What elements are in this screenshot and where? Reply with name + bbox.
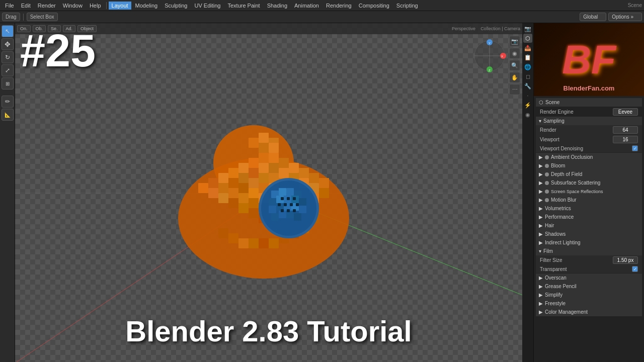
menu-window[interactable]: Window — [60, 2, 86, 10]
transform-tool-btn[interactable]: ⊞ — [2, 77, 14, 89]
options-dropdown[interactable]: Options » — [608, 13, 642, 21]
cursor-tool-btn[interactable]: ↖ — [2, 25, 14, 37]
filter-size-value[interactable]: 1.50 px — [613, 256, 638, 264]
hair-chevron: ▶ — [539, 223, 543, 228]
svg-rect-14 — [228, 188, 238, 198]
ws-tab-scripting[interactable]: Scripting — [393, 2, 421, 10]
vp-btn-ad[interactable]: Ad. — [63, 25, 76, 32]
prop-tab-output[interactable]: 📤 — [523, 43, 532, 52]
navigation-gizmo[interactable]: Y X Z — [472, 38, 507, 73]
svg-rect-92 — [271, 213, 279, 221]
svg-rect-10 — [218, 183, 228, 193]
ws-tab-compositing[interactable]: Compositing — [356, 2, 392, 10]
film-section: ▾ Film Filter Size 1.50 px Transparent ✓ — [536, 247, 642, 273]
fs-chevron: ▶ — [539, 301, 543, 306]
bf-url-text: BlenderFan.com — [564, 84, 615, 92]
volumetrics-header[interactable]: ▶ Volumetrics — [536, 204, 642, 213]
transparent-checkbox[interactable]: ✓ — [632, 266, 638, 272]
render-engine-value[interactable]: Eevee — [613, 108, 638, 116]
viewport-samples-value[interactable]: 16 — [613, 136, 638, 143]
dof-header[interactable]: ▶ Depth of Field — [536, 170, 642, 178]
motion-blur-header[interactable]: ▶ Motion Blur — [536, 196, 642, 204]
performance-header[interactable]: ▶ Performance — [536, 213, 642, 221]
rotate-tool-btn[interactable]: ↻ — [2, 51, 14, 63]
select-box-button[interactable]: Select Box — [27, 13, 58, 21]
annotate-tool-btn[interactable]: ✏ — [2, 96, 14, 108]
ws-tab-layout[interactable]: Layout — [109, 2, 131, 10]
menu-edit[interactable]: Edit — [18, 2, 34, 10]
menu-render[interactable]: Render — [35, 2, 59, 10]
sss-header[interactable]: ▶ Subsurface Scattering — [536, 178, 642, 187]
menu-help[interactable]: Help — [87, 2, 104, 10]
bloom-header[interactable]: ▶ Bloom — [536, 161, 642, 170]
vp-btn-se[interactable]: Se. — [48, 25, 61, 32]
svg-rect-47 — [289, 163, 299, 173]
prop-tab-scene[interactable]: ⬡ — [523, 34, 532, 43]
viewport-extra[interactable]: ⋯ — [509, 84, 520, 95]
color-management-header[interactable]: ▶ Color Management — [536, 308, 642, 316]
blender-logo-object — [138, 77, 399, 309]
move-tool-btn[interactable]: ✥ — [2, 38, 14, 50]
ws-tab-texture-paint[interactable]: Texture Paint — [224, 2, 263, 10]
svg-rect-100 — [284, 203, 287, 206]
viewport-shading-solid[interactable]: ◉ — [509, 48, 520, 59]
simplify-header[interactable]: ▶ Simplify — [536, 291, 642, 299]
second-toolbar: Drag Select Box Global Options » — [0, 11, 644, 23]
overscan-label: Overscan — [545, 275, 567, 281]
prop-tab-physics[interactable]: ⚡ — [523, 101, 532, 110]
camera-view-icon[interactable]: 📷 — [509, 36, 520, 47]
viewport-pan[interactable]: ✋ — [509, 72, 520, 83]
ws-tab-uv-editing[interactable]: UV Editing — [191, 2, 223, 10]
prop-tab-modifier[interactable]: 🔧 — [523, 81, 532, 90]
drag-button[interactable]: Drag — [2, 13, 20, 21]
svg-rect-64 — [249, 238, 259, 248]
prop-tab-particle[interactable]: · — [523, 91, 532, 100]
ws-tab-animation[interactable]: Animation — [291, 2, 322, 10]
prop-tab-render[interactable]: 📷 — [523, 24, 532, 33]
render-samples-row: Render 64 — [536, 125, 642, 135]
ambient-occlusion-header[interactable]: ▶ Ambient Occlusion — [536, 153, 642, 161]
viewport-denoising-checkbox[interactable]: ✓ — [632, 145, 638, 151]
ao-label: Ambient Occlusion — [551, 154, 593, 160]
menu-file[interactable]: File — [2, 2, 17, 10]
global-dropdown[interactable]: Global — [580, 13, 606, 21]
viewport-zoom-fit[interactable]: 🔍 — [509, 60, 520, 71]
ws-tab-modeling[interactable]: Modeling — [132, 2, 161, 10]
overscan-header[interactable]: ▶ Overscan — [536, 274, 642, 282]
3d-viewport[interactable]: On. Ob. Se. Ad. Object Perspective Colle… — [15, 23, 522, 362]
ws-tab-rendering[interactable]: Rendering — [323, 2, 355, 10]
sampling-header[interactable]: ▾ Sampling — [536, 117, 642, 125]
svg-rect-24 — [249, 188, 259, 198]
prop-tab-material[interactable]: ◉ — [523, 110, 532, 119]
grease-pencil-header[interactable]: ▶ Grease Pencil — [536, 282, 642, 291]
prop-tab-view-layer[interactable]: 📋 — [523, 53, 532, 62]
svg-rect-86 — [299, 198, 306, 206]
render-samples-value[interactable]: 64 — [613, 126, 638, 134]
film-header[interactable]: ▾ Film — [536, 247, 642, 255]
ssr-header[interactable]: ▶ Screen Space Reflections — [536, 187, 642, 196]
film-chevron: ▾ — [539, 248, 541, 254]
svg-rect-65 — [259, 238, 269, 248]
vp-btn-on[interactable]: On. — [17, 25, 31, 32]
sss-label: Subsurface Scattering — [551, 180, 600, 186]
hair-header[interactable]: ▶ Hair — [536, 221, 642, 230]
right-panel-wrapper: 📷 ⬡ 📤 📋 🌐 ◻ 🔧 · ⚡ ◉ BF BlenderFan.com ⬡ — [522, 23, 644, 362]
scale-tool-btn[interactable]: ⤢ — [2, 64, 14, 76]
cm-chevron: ▶ — [539, 309, 543, 315]
svg-rect-6 — [198, 183, 208, 193]
measure-tool-btn[interactable]: 📐 — [2, 109, 14, 121]
top-menu-bar: File Edit Render Window Help Layout Mode… — [0, 0, 644, 11]
mb-chevron: ▶ — [539, 197, 543, 203]
prop-tab-object[interactable]: ◻ — [523, 72, 532, 81]
ws-tab-shading[interactable]: Shading — [264, 2, 290, 10]
transparent-row: Transparent ✓ — [536, 265, 642, 273]
ws-tab-sculpting[interactable]: Sculpting — [162, 2, 190, 10]
properties-content: ⬡ Scene Render Engine Eevee ▾ Sampling R… — [534, 96, 644, 362]
vol-label: Volumetrics — [545, 206, 571, 211]
shadows-header[interactable]: ▶ Shadows — [536, 230, 642, 238]
prop-tab-world[interactable]: 🌐 — [523, 62, 532, 71]
freestyle-header[interactable]: ▶ Freestyle — [536, 299, 642, 308]
vp-btn-ob[interactable]: Ob. — [33, 25, 46, 32]
vp-btn-object[interactable]: Object — [77, 25, 97, 32]
indirect-lighting-header[interactable]: ▶ Indirect Lighting — [536, 238, 642, 247]
